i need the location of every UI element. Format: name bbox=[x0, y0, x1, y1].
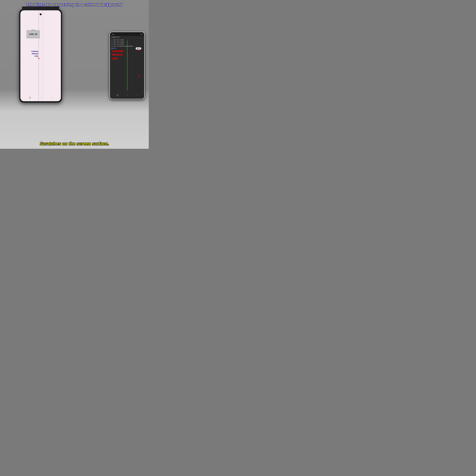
arrow-down-icon: ➜ bbox=[136, 74, 141, 78]
colorful-label: Colorful Vertical Line bbox=[112, 49, 123, 60]
vertical-line-1 bbox=[39, 10, 39, 101]
inset-time: 16:53 bbox=[111, 34, 114, 35]
inset-title-bar: Loopback Test bbox=[110, 36, 144, 38]
inset-phone-navbar: ||| ○ ‹ bbox=[110, 94, 144, 96]
nav-back-icon: ‹ bbox=[51, 97, 52, 99]
annotation-arrow: ↘ bbox=[37, 57, 39, 60]
nav-home-icon: ○ bbox=[40, 97, 42, 99]
inset-phone: 16:53 92% Loopback Test Start : RCV_1stM… bbox=[109, 32, 145, 99]
label-sticker: 1200.38 bbox=[27, 30, 40, 38]
main-phone: 1200.38 Colored Vertical Line ↘ ||| ○ ‹ bbox=[19, 9, 62, 102]
radio-2 bbox=[111, 41, 113, 43]
radio-1 bbox=[111, 39, 113, 41]
radio-4 bbox=[111, 46, 113, 47]
vertical-line-2 bbox=[43, 10, 43, 101]
annotation-text: Colored Vertical Line bbox=[31, 50, 38, 57]
inset-nav-back-icon: ‹ bbox=[137, 94, 137, 96]
inset-battery: 92% bbox=[140, 34, 143, 35]
phone-screen: 1200.38 Colored Vertical Line ↘ ||| ○ ‹ bbox=[20, 10, 61, 101]
inset-nav-recent-icon: ||| bbox=[117, 94, 118, 96]
label-text: 1200.38 bbox=[29, 33, 37, 35]
phone-top-band bbox=[22, 6, 59, 10]
bottom-title: Scratches on the screen surface. bbox=[0, 141, 149, 146]
inset-nav-home-icon: ○ bbox=[127, 94, 128, 96]
colorful-label-text: Colorful Vertical Line bbox=[112, 49, 123, 60]
camera-hole bbox=[40, 13, 42, 15]
inset-status-bar: 16:53 92% bbox=[110, 33, 144, 36]
phone-outer-shell: 1200.38 Colored Vertical Line ↘ ||| ○ ‹ bbox=[19, 9, 62, 102]
green-vertical-line bbox=[127, 40, 127, 90]
radio-3 bbox=[111, 44, 113, 45]
sticker-notch bbox=[31, 30, 35, 31]
colored-annotation: Colored Vertical Line ↘ bbox=[31, 50, 38, 57]
top-title: The Lines are very strong in a colored b… bbox=[0, 2, 149, 7]
radio-stop bbox=[111, 48, 113, 49]
inset-phone-screen: 16:53 92% Loopback Test Start : RCV_1stM… bbox=[110, 33, 144, 98]
inset-phone-outer: 16:53 92% Loopback Test Start : RCV_1stM… bbox=[109, 32, 145, 99]
nav-recent-icon: ||| bbox=[29, 97, 31, 99]
main-phone-navbar: ||| ○ ‹ bbox=[20, 97, 61, 99]
